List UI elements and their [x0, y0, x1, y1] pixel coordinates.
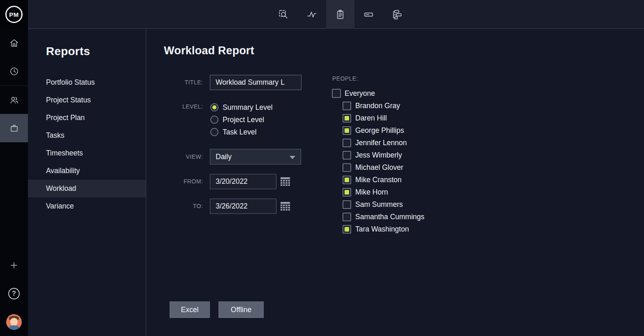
report-item-workload[interactable]: Workload — [28, 180, 146, 197]
tab-gantt[interactable] — [383, 0, 411, 29]
rail-item-team[interactable] — [0, 86, 28, 114]
checkbox-everyone[interactable]: Everyone — [332, 89, 375, 98]
checkbox-member[interactable]: Daren Hill — [343, 112, 424, 124]
checkbox-icon — [343, 225, 351, 234]
checkbox-icon — [343, 102, 351, 110]
pm-logo-icon: PM — [5, 6, 23, 23]
tab-tasks[interactable] — [354, 0, 383, 29]
checkbox-member[interactable]: Jennifer Lennon — [343, 137, 424, 149]
to-date-input[interactable] — [210, 199, 276, 214]
report-list: Portfolio Status Project Status Project … — [28, 74, 146, 215]
report-item-timesheets[interactable]: Timesheets — [28, 144, 146, 162]
briefcase-icon — [9, 123, 19, 133]
person-label: Brandon Gray — [355, 102, 400, 110]
team-icon — [9, 95, 19, 105]
checkbox-member[interactable]: George Phillips — [343, 124, 424, 137]
help-icon: ? — [8, 288, 20, 299]
rail-item-projects[interactable] — [0, 114, 28, 142]
checkbox-member[interactable]: Jess Wimberly — [343, 149, 424, 161]
help-glyph: ? — [12, 290, 16, 297]
gantt-icon — [391, 9, 402, 20]
help-button[interactable]: ? — [0, 284, 28, 304]
checkbox-member[interactable]: Samantha Cummings — [343, 211, 424, 223]
report-item-variance[interactable]: Variance — [28, 197, 146, 215]
person-label: George Phillips — [355, 126, 404, 135]
from-date-input[interactable] — [210, 174, 276, 189]
radio-label: Summary Level — [223, 103, 273, 112]
plus-icon — [9, 261, 18, 270]
to-calendar-icon[interactable] — [281, 202, 290, 211]
report-title-input[interactable] — [210, 75, 301, 90]
radio-task-level[interactable]: Task Level — [210, 127, 257, 137]
home-icon — [9, 38, 19, 48]
tab-reports[interactable] — [326, 0, 354, 29]
radio-summary-level[interactable]: Summary Level — [210, 103, 273, 112]
person-label: Mike Cranston — [355, 176, 402, 184]
topbar-nav — [269, 0, 411, 29]
radio-label: Project Level — [223, 116, 264, 124]
title-label: TITLE: — [154, 79, 203, 86]
person-label: Everyone — [345, 89, 375, 98]
checkbox-icon — [343, 176, 351, 184]
checkbox-member[interactable]: Mike Cranston — [343, 174, 424, 186]
search-select-icon — [278, 9, 289, 20]
report-item-availability[interactable]: Availability — [28, 162, 146, 180]
workload-report-page: Workload Report TITLE: LEVEL: VIEW: FROM… — [146, 29, 644, 336]
person-label: Michael Glover — [355, 163, 403, 172]
user-avatar[interactable] — [6, 314, 22, 330]
from-label: FROM: — [154, 178, 203, 185]
person-label: Samantha Cummings — [355, 213, 424, 221]
reports-panel: Reports Portfolio Status Project Status … — [28, 29, 146, 336]
checkbox-icon — [343, 163, 351, 172]
checkbox-member[interactable]: Michael Glover — [343, 161, 424, 174]
app-logo[interactable]: PM — [0, 0, 28, 29]
checkbox-member[interactable]: Sam Summers — [343, 198, 424, 211]
person-label: Jess Wimberly — [355, 151, 402, 160]
checkbox-icon — [343, 213, 351, 221]
excel-button[interactable]: Excel — [170, 301, 210, 318]
rail-item-time[interactable] — [0, 57, 28, 86]
checkbox-member[interactable]: Mike Horn — [343, 186, 424, 198]
person-label: Daren Hill — [355, 114, 387, 123]
radio-icon — [210, 103, 218, 111]
task-bar-icon — [363, 9, 374, 20]
left-rail: ? — [0, 29, 28, 336]
report-item-portfolio-status[interactable]: Portfolio Status — [28, 74, 146, 91]
report-item-tasks[interactable]: Tasks — [28, 127, 146, 144]
people-member-list: Brandon Gray Daren Hill George Phillips … — [343, 100, 424, 235]
tab-search[interactable] — [269, 0, 298, 29]
add-button[interactable] — [0, 255, 28, 275]
checkbox-icon — [343, 139, 351, 147]
avatar-face — [10, 318, 18, 326]
report-item-project-plan[interactable]: Project Plan — [28, 109, 146, 127]
checkbox-icon — [332, 89, 341, 98]
report-item-project-status[interactable]: Project Status — [28, 91, 146, 109]
clock-icon — [9, 66, 19, 76]
view-label: VIEW: — [154, 153, 203, 160]
app-window: PM — [0, 0, 644, 336]
avatar-shirt — [9, 325, 19, 330]
view-select[interactable]: Daily — [210, 149, 301, 165]
from-calendar-icon[interactable] — [281, 177, 290, 186]
rail-item-home[interactable] — [0, 29, 28, 57]
person-label: Jennifer Lennon — [355, 139, 407, 147]
person-label: Sam Summers — [355, 200, 403, 209]
checkbox-member[interactable]: Brandon Gray — [343, 100, 424, 112]
chevron-down-icon — [290, 156, 295, 159]
report-clipboard-icon — [335, 9, 346, 20]
activity-icon — [306, 9, 317, 20]
checkbox-member[interactable]: Tara Washington — [343, 223, 424, 235]
checkbox-icon — [343, 200, 351, 209]
checkbox-icon — [343, 188, 351, 197]
radio-project-level[interactable]: Project Level — [210, 115, 264, 124]
radio-icon — [210, 116, 218, 124]
offline-button[interactable]: Offline — [218, 301, 264, 318]
level-label: LEVEL: — [154, 103, 203, 110]
topbar: PM — [0, 0, 644, 29]
people-label: PEOPLE: — [332, 75, 358, 82]
radio-label: Task Level — [223, 128, 257, 137]
radio-icon — [210, 128, 218, 136]
tab-activity[interactable] — [298, 0, 326, 29]
to-label: TO: — [154, 203, 203, 209]
person-label: Tara Washington — [355, 225, 409, 234]
